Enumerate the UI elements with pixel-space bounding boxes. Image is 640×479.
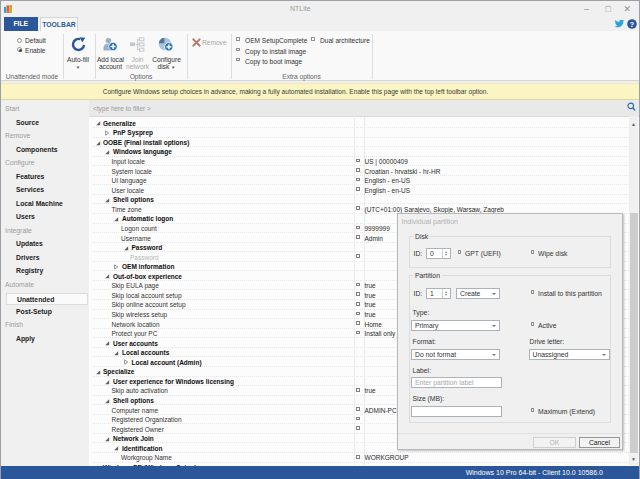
svg-text:?: ? <box>630 20 634 29</box>
